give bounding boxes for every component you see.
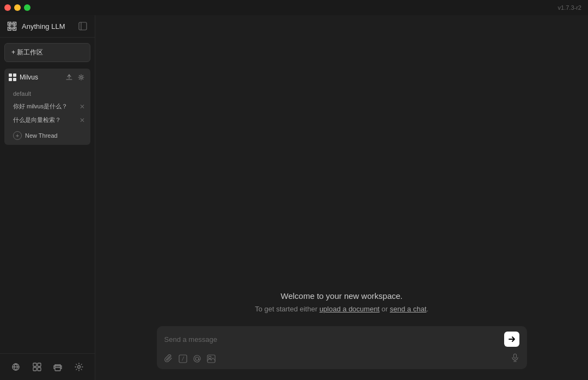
titlebar: v1.7.3-r2 xyxy=(0,0,588,15)
workspace-title-row: Milvus xyxy=(9,73,38,81)
svg-point-16 xyxy=(60,367,61,368)
share-button[interactable] xyxy=(8,359,23,375)
send-chat-link[interactable]: send a chat xyxy=(390,305,426,313)
thread-item[interactable]: 你好 milvus是什么？ ✕ xyxy=(9,100,90,113)
thread-item[interactable]: 什么是向量检索？ ✕ xyxy=(9,114,90,126)
workspace-grid-icon xyxy=(9,73,16,81)
attach-icon[interactable] xyxy=(164,354,173,363)
svg-rect-11 xyxy=(33,363,36,366)
chat-main: Welcome to your new workspace. To get st… xyxy=(95,15,588,380)
thread-name: 什么是向量检索？ xyxy=(13,116,78,124)
chat-input-container: / xyxy=(157,326,527,369)
new-thread-plus-icon: + xyxy=(13,131,22,140)
default-thread-label: default xyxy=(9,88,90,99)
workspace-item-milvus: Milvus xyxy=(4,69,90,145)
workspace-threads: default 你好 milvus是什么？ ✕ 什么是向量检索？ ✕ + xyxy=(4,86,90,145)
welcome-title: Welcome to your new workspace. xyxy=(255,291,428,301)
close-button[interactable] xyxy=(4,4,11,11)
sidebar-content: + 新工作区 Milvus xyxy=(0,38,95,353)
welcome-or-text: or xyxy=(379,305,390,313)
workspace-header-milvus[interactable]: Milvus xyxy=(4,69,90,86)
at-mention-icon[interactable] xyxy=(193,354,201,363)
minimize-button[interactable] xyxy=(14,4,21,11)
svg-rect-15 xyxy=(55,367,60,371)
version-label: v1.7.3-r2 xyxy=(558,4,581,11)
workspace-settings-button[interactable] xyxy=(76,72,86,82)
workspace-name: Milvus xyxy=(20,73,38,81)
thread-close-button[interactable]: ✕ xyxy=(78,117,86,124)
thread-name: 你好 milvus是什么？ xyxy=(13,102,78,111)
svg-rect-23 xyxy=(513,354,516,358)
thread-close-button[interactable]: ✕ xyxy=(78,103,86,111)
slash-command-icon[interactable]: / xyxy=(179,354,187,363)
traffic-lights xyxy=(4,4,30,11)
chat-input-row xyxy=(158,327,526,351)
main-container: Anything LLM + 新工作区 xyxy=(0,15,588,380)
svg-rect-13 xyxy=(33,367,36,371)
app-logo-icon xyxy=(7,21,17,32)
toolbar-left: / xyxy=(164,354,216,363)
send-button[interactable] xyxy=(504,332,519,347)
new-thread-label: New Thread xyxy=(25,132,58,139)
chat-area: Welcome to your new workspace. To get st… xyxy=(95,15,588,380)
welcome-section: Welcome to your new workspace. To get st… xyxy=(255,291,428,313)
workspace-export-button[interactable] xyxy=(64,72,74,82)
settings-button[interactable] xyxy=(71,359,87,375)
chat-message-input[interactable] xyxy=(164,335,500,344)
upload-document-link[interactable]: upload a document xyxy=(320,305,380,313)
svg-rect-22 xyxy=(209,356,211,358)
app-logo: Anything LLM xyxy=(7,21,65,32)
sidebar-header: Anything LLM xyxy=(0,15,95,38)
svg-point-10 xyxy=(80,76,82,78)
documents-button[interactable] xyxy=(29,359,45,375)
new-workspace-button[interactable]: + 新工作区 xyxy=(4,43,90,62)
new-thread-button[interactable]: + New Thread xyxy=(9,128,90,143)
chat-toolbar: / xyxy=(158,351,526,368)
svg-point-17 xyxy=(77,366,80,369)
svg-rect-12 xyxy=(38,363,41,366)
svg-rect-14 xyxy=(38,367,41,371)
fullscreen-button[interactable] xyxy=(24,4,30,11)
welcome-suffix-text: . xyxy=(426,305,428,313)
sidebar: Anything LLM + 新工作区 xyxy=(0,15,95,380)
svg-rect-8 xyxy=(79,22,87,30)
app-name: Anything LLM xyxy=(22,22,65,30)
microphone-icon[interactable] xyxy=(511,353,519,364)
welcome-pre-text: To get started either xyxy=(255,305,320,313)
svg-point-20 xyxy=(195,357,199,360)
image-insert-icon[interactable] xyxy=(207,354,216,363)
workspace-actions xyxy=(64,72,86,82)
svg-text:/: / xyxy=(181,356,184,361)
print-button[interactable] xyxy=(50,359,65,375)
welcome-subtitle: To get started either upload a document … xyxy=(255,305,428,313)
sidebar-footer xyxy=(0,353,95,380)
sidebar-toggle-button[interactable] xyxy=(77,21,88,32)
